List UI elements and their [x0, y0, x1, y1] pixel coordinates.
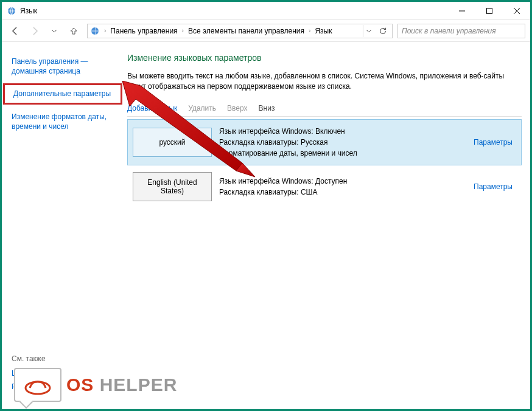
up-button[interactable]	[65, 22, 82, 40]
breadcrumb-item[interactable]: Панель управления	[109, 27, 178, 35]
back-button[interactable]	[7, 22, 24, 40]
language-button[interactable]: English (United States)	[133, 172, 212, 201]
window-title: Язык	[20, 7, 448, 15]
seealso-header: См. также	[12, 354, 116, 363]
language-info-line: Форматирование даты, времени и чисел	[219, 148, 466, 159]
toolbar: Добавить язык Удалить Вверх Вниз	[127, 100, 522, 117]
add-language-button[interactable]: Добавить язык	[127, 104, 177, 112]
minimize-button[interactable]	[448, 2, 475, 19]
language-info-line: Раскладка клавиатуры: Русская	[219, 137, 466, 148]
language-info-line: Раскладка клавиатуры: США	[219, 187, 466, 198]
titlebar: Язык	[2, 2, 530, 20]
language-row[interactable]: English (United States) Язык интерфейса …	[127, 165, 522, 208]
sidebar-fonts-link[interactable]: Шрифты	[12, 368, 116, 378]
remove-language-button[interactable]: Удалить	[188, 104, 216, 112]
language-list: русский Язык интерфейса Windows: Включен…	[127, 119, 522, 208]
move-up-button[interactable]: Вверх	[227, 104, 247, 112]
page-description: Вы можете вводить текст на любом языке, …	[127, 71, 522, 92]
chevron-right-icon[interactable]: ›	[307, 27, 312, 34]
main-content: Изменение языковых параметров Вы можете …	[124, 42, 530, 409]
page-heading: Изменение языковых параметров	[127, 53, 522, 63]
forward-button[interactable]	[26, 22, 43, 40]
breadcrumb-item[interactable]: Язык	[313, 27, 333, 35]
svg-rect-2	[486, 8, 492, 13]
language-options-link[interactable]: Параметры	[474, 182, 513, 191]
maximize-button[interactable]	[475, 2, 503, 19]
language-info-line: Язык интерфейса Windows: Включен	[219, 126, 466, 137]
search-placeholder: Поиск в панели управления	[402, 27, 496, 35]
sidebar: Панель управления — домашняя страница До…	[2, 42, 124, 409]
sidebar-location-link[interactable]: Расположение	[12, 382, 116, 392]
app-icon	[7, 6, 16, 16]
language-info: Язык интерфейса Windows: Доступен Раскла…	[219, 176, 466, 198]
language-options-link[interactable]: Параметры	[474, 138, 513, 147]
breadcrumb-item[interactable]: Все элементы панели управления	[187, 27, 306, 35]
breadcrumb-icon	[90, 26, 100, 36]
recent-dropdown[interactable]	[46, 22, 63, 40]
refresh-button[interactable]	[376, 24, 390, 38]
sidebar-advanced-link[interactable]: Дополнительные параметры	[13, 89, 114, 98]
language-info: Язык интерфейса Windows: Включен Расклад…	[219, 126, 466, 159]
breadcrumb-history-dropdown[interactable]	[363, 25, 374, 37]
navbar: › Панель управления › Все элементы панел…	[2, 20, 530, 42]
chevron-right-icon[interactable]: ›	[102, 27, 108, 34]
close-button[interactable]	[503, 2, 530, 19]
sidebar-home-link[interactable]: Панель управления — домашняя страница	[12, 57, 116, 76]
sidebar-formats-link[interactable]: Изменение форматов даты, времени и чисел	[12, 112, 116, 131]
chevron-right-icon[interactable]: ›	[180, 27, 186, 34]
language-row[interactable]: русский Язык интерфейса Windows: Включен…	[127, 119, 522, 165]
move-down-button[interactable]: Вниз	[259, 104, 275, 112]
search-input[interactable]: Поиск в панели управления	[397, 24, 525, 38]
language-info-line: Язык интерфейса Windows: Доступен	[219, 176, 466, 187]
breadcrumb[interactable]: › Панель управления › Все элементы панел…	[87, 24, 393, 38]
language-button[interactable]: русский	[133, 128, 212, 157]
